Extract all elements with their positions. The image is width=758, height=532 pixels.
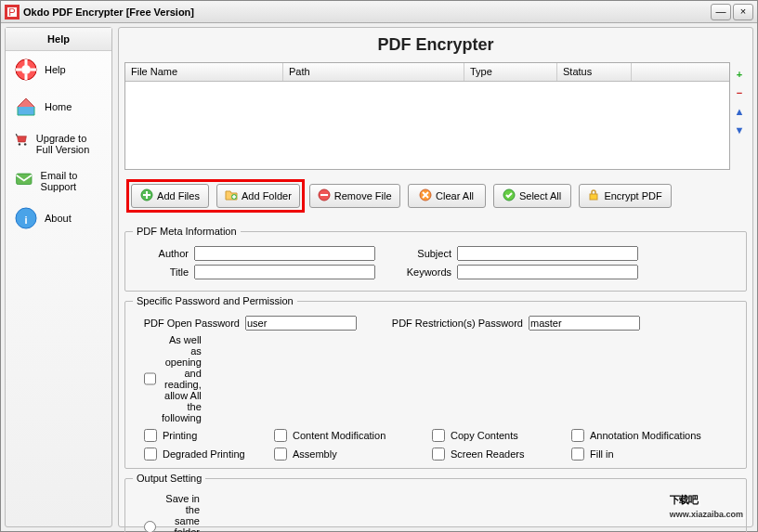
assembly-checkbox[interactable]: Assembly bbox=[274, 448, 432, 461]
x-circle-icon bbox=[419, 188, 432, 203]
lock-icon bbox=[587, 188, 600, 203]
sidebar-item-label: Upgrade to Full Version bbox=[36, 133, 102, 155]
sidebar-item-home[interactable]: Home bbox=[6, 88, 111, 125]
toolbar: Add Files Add Folder Remove File Clear A… bbox=[124, 170, 747, 222]
content-mod-checkbox[interactable]: Content Modification bbox=[274, 429, 432, 442]
add-folder-button[interactable]: Add Folder bbox=[216, 184, 300, 208]
check-circle-icon bbox=[503, 188, 516, 203]
col-type[interactable]: Type bbox=[464, 63, 557, 81]
minimize-button[interactable]: — bbox=[711, 4, 731, 20]
titlebar: P Okdo PDF Encrypter [Free Version] — × bbox=[1, 1, 757, 23]
file-list-area: File Name Path Type Status + − ▲ ▼ bbox=[124, 62, 747, 170]
encrypt-button[interactable]: Encrypt PDF bbox=[579, 184, 672, 208]
fillin-checkbox[interactable]: Fill in bbox=[571, 448, 738, 461]
col-path[interactable]: Path bbox=[283, 63, 464, 81]
sidebar-item-label: Home bbox=[45, 101, 72, 112]
close-button[interactable]: × bbox=[733, 4, 753, 20]
plus-circle-icon bbox=[140, 188, 153, 203]
home-icon bbox=[15, 96, 37, 118]
sidebar: Help Help Home Upgrade to Full Version E… bbox=[5, 27, 112, 527]
col-spacer bbox=[632, 63, 729, 81]
minus-circle-icon bbox=[318, 188, 331, 203]
keywords-field[interactable] bbox=[457, 265, 638, 279]
sidebar-item-help[interactable]: Help bbox=[6, 51, 111, 88]
svg-point-4 bbox=[21, 65, 31, 74]
copy-checkbox[interactable]: Copy Contents bbox=[432, 429, 571, 442]
sidebar-item-label: Email to Support bbox=[41, 170, 102, 192]
printing-checkbox[interactable]: Printing bbox=[144, 429, 274, 442]
output-fieldset: Output Setting Save in the same folder a… bbox=[124, 473, 747, 532]
meta-fieldset: PDF Meta Information Author Subject Titl… bbox=[124, 226, 747, 292]
cart-icon bbox=[15, 133, 29, 155]
folder-plus-icon bbox=[225, 188, 238, 203]
allow-all-checkbox[interactable]: As well as opening and reading, allow Al… bbox=[144, 334, 200, 423]
app-window: P Okdo PDF Encrypter [Free Version] — × … bbox=[0, 0, 758, 532]
annotation-checkbox[interactable]: Annotation Modifications bbox=[571, 429, 738, 442]
app-icon: P bbox=[5, 5, 20, 19]
restrict-pwd-field[interactable] bbox=[529, 316, 640, 331]
svg-point-6 bbox=[24, 143, 26, 145]
subject-field[interactable] bbox=[457, 246, 638, 261]
output-legend: Output Setting bbox=[133, 473, 205, 484]
svg-rect-15 bbox=[590, 194, 597, 200]
author-label: Author bbox=[133, 248, 189, 259]
col-filename[interactable]: File Name bbox=[125, 63, 283, 81]
title-label: Title bbox=[133, 266, 189, 278]
remove-icon[interactable]: − bbox=[733, 86, 746, 99]
watermark: 下载吧 www.xiazaiba.com bbox=[670, 480, 743, 519]
permission-legend: Specific Password and Permission bbox=[133, 295, 297, 306]
table-header: File Name Path Type Status bbox=[125, 63, 729, 82]
mail-icon bbox=[15, 170, 33, 192]
col-status[interactable]: Status bbox=[557, 63, 632, 81]
window-title: Okdo PDF Encrypter [Free Version] bbox=[23, 6, 709, 18]
screen-checkbox[interactable]: Screen Readers bbox=[432, 448, 571, 461]
main-panel: PDF Encrypter File Name Path Type Status… bbox=[118, 27, 753, 527]
remove-file-button[interactable]: Remove File bbox=[309, 184, 400, 208]
sidebar-item-upgrade[interactable]: Upgrade to Full Version bbox=[6, 125, 111, 162]
main-title: PDF Encrypter bbox=[124, 32, 747, 62]
clear-all-button[interactable]: Clear All bbox=[408, 184, 486, 208]
highlight-annotation: Add Files Add Folder bbox=[126, 179, 305, 213]
svg-text:P: P bbox=[8, 6, 15, 18]
svg-text:i: i bbox=[24, 214, 27, 226]
sidebar-item-email[interactable]: Email to Support bbox=[6, 162, 111, 200]
title-field[interactable] bbox=[194, 265, 375, 279]
subject-label: Subject bbox=[398, 248, 451, 259]
file-side-controls: + − ▲ ▼ bbox=[732, 62, 747, 170]
file-table[interactable]: File Name Path Type Status bbox=[124, 62, 730, 170]
open-pwd-label: PDF Open Password bbox=[133, 318, 240, 329]
add-icon[interactable]: + bbox=[733, 68, 746, 81]
sidebar-header: Help bbox=[6, 28, 111, 51]
lifebuoy-icon bbox=[15, 58, 37, 81]
meta-legend: PDF Meta Information bbox=[133, 226, 241, 237]
select-all-button[interactable]: Select All bbox=[493, 184, 571, 208]
move-down-icon[interactable]: ▼ bbox=[733, 123, 746, 136]
svg-rect-7 bbox=[17, 174, 32, 184]
sidebar-item-label: Help bbox=[45, 64, 66, 75]
author-field[interactable] bbox=[194, 246, 375, 261]
permission-fieldset: Specific Password and Permission PDF Ope… bbox=[124, 295, 747, 469]
add-files-button[interactable]: Add Files bbox=[131, 184, 209, 208]
keywords-label: Keywords bbox=[398, 266, 451, 278]
move-up-icon[interactable]: ▲ bbox=[733, 105, 746, 118]
sidebar-item-about[interactable]: i About bbox=[6, 200, 111, 237]
degraded-checkbox[interactable]: Degraded Printing bbox=[144, 448, 274, 461]
info-icon: i bbox=[15, 207, 37, 229]
sidebar-item-label: About bbox=[45, 213, 72, 224]
restrict-pwd-label: PDF Restriction(s) Password bbox=[379, 318, 523, 329]
same-folder-radio[interactable]: Save in the same folder as source bbox=[144, 493, 200, 532]
svg-point-5 bbox=[19, 143, 20, 145]
content-area: Help Help Home Upgrade to Full Version E… bbox=[1, 23, 757, 531]
open-pwd-field[interactable] bbox=[245, 316, 357, 331]
